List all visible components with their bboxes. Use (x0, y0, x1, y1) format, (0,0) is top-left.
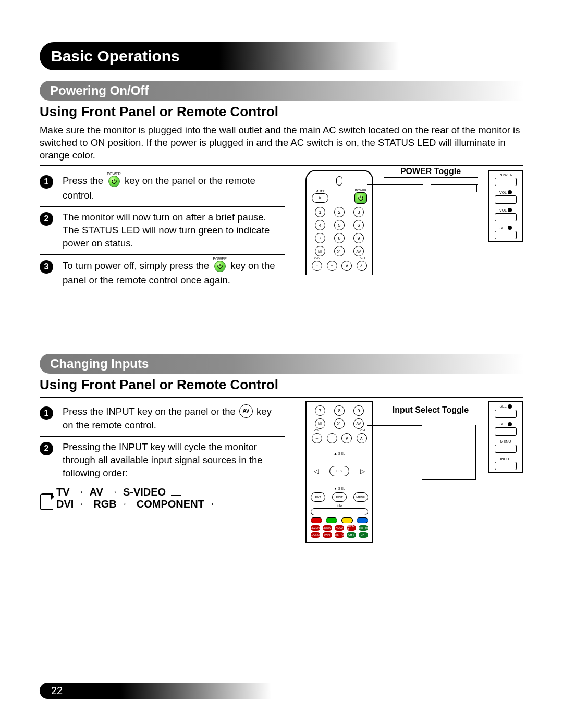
blue-button-icon (357, 517, 368, 523)
remote-ok-button-icon: OK (329, 466, 349, 476)
step-row: 2 The monitor will now turn on after a b… (40, 206, 285, 254)
intro-1: Make sure the monitor is plugged into th… (40, 124, 523, 166)
steps-1: 1 Press the POWER key on the panel or th… (40, 170, 285, 291)
manual-page: Basic Operations Powering On/Off Using F… (0, 0, 563, 728)
remote-bottom-diagram: 7 8 9 I/II 0/-- AV VOL CH − (305, 401, 373, 543)
step-text: Press the INPUT key on the panel or the … (63, 405, 285, 432)
input-cycle-diagram: TV→ AV→ S-VIDEO DVI← RGB← COMPONENT ← (40, 486, 285, 510)
remote-av-button-icon: AV (353, 418, 364, 429)
step-number: 1 (40, 175, 53, 189)
remote-top-diagram: MUTE ✕ POWER 1 2 3 (305, 170, 373, 275)
step-number: 2 (40, 212, 53, 226)
red-button-icon (311, 517, 322, 523)
step-text: Pressing the INPUT key will cycle the mo… (63, 441, 285, 480)
side-panel-2: SEL SEL MENU INPUT (488, 401, 523, 473)
section-heading-inputs: Changing Inputs (40, 354, 523, 374)
page-number-tab: 22 (40, 683, 271, 699)
step-number: 3 (40, 260, 53, 274)
down-dot-icon (508, 208, 512, 212)
side-panel-1: POWER VOL VOL SEL (488, 170, 523, 242)
step-row: 1 Press the POWER key on the panel or th… (40, 170, 285, 206)
av-icon: AV (239, 404, 253, 418)
page-number: 22 (51, 685, 63, 696)
step-number: 1 (40, 406, 53, 420)
diagram-1: MUTE ✕ POWER 1 2 3 (305, 170, 523, 291)
page-title: Basic Operations (51, 47, 180, 65)
step-text: Press the POWER key on the panel or the … (63, 174, 285, 202)
section1-body: 1 Press the POWER key on the panel or th… (40, 170, 523, 291)
green-button-icon (326, 517, 337, 523)
power-icon: POWER (213, 257, 227, 272)
number-pad: 1 2 3 4 5 6 7 8 9 I/II 0/-- AV (312, 207, 367, 256)
up-dot-icon (508, 190, 512, 194)
yellow-button-icon (341, 517, 353, 523)
callout-power-toggle: POWER Toggle (384, 167, 478, 176)
power-icon: POWER (107, 172, 120, 187)
diagram-2: 7 8 9 I/II 0/-- AV VOL CH − (305, 401, 523, 543)
page-title-tab: Basic Operations (40, 42, 399, 70)
subheading-1: Using Front Panel or Remote Control (40, 104, 523, 120)
section2-body: 1 Press the INPUT key on the panel or th… (40, 401, 523, 543)
callout-input-select: Input Select Toggle (384, 405, 478, 415)
step-row: 1 Press the INPUT key on the panel or th… (40, 401, 285, 436)
steps-2: 1 Press the INPUT key on the panel or th… (40, 401, 285, 543)
subheading-2: Using Front Panel or Remote Control (40, 377, 523, 393)
panel-input-button-icon (495, 462, 517, 470)
step-row: 3 To turn power off, simply press the PO… (40, 254, 285, 291)
panel-power-button-icon (495, 178, 517, 186)
step-text: To turn power off, simply press the POWE… (63, 259, 285, 287)
remote-power-button-icon (354, 192, 367, 204)
step-text: The monitor will now turn on after a bri… (63, 211, 285, 250)
step-number: 2 (40, 442, 53, 455)
mute-button-icon: ✕ (312, 193, 328, 203)
section-heading-powering: Powering On/Off (40, 81, 523, 101)
step-row: 2 Pressing the INPUT key will cycle the … (40, 436, 285, 484)
